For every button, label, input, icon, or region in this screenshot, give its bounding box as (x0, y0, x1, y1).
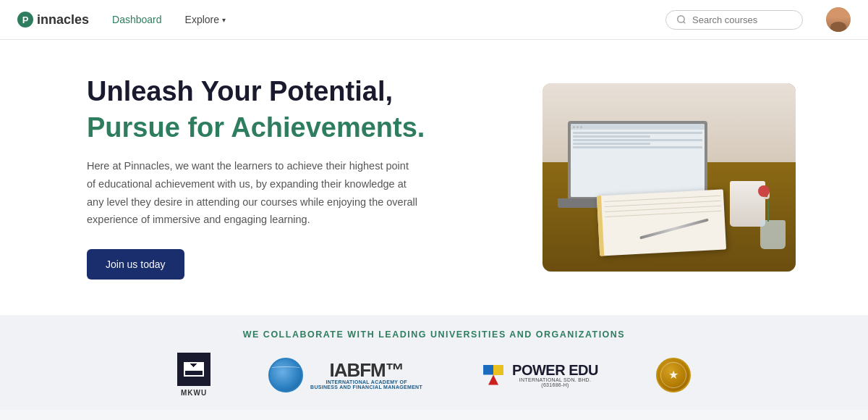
partners-title: WE COLLABORATE WITH LEADING UNIVERSITIES… (0, 329, 868, 340)
circle-badge-logo: ★ (656, 358, 691, 392)
poweredu-flags-icon (480, 362, 506, 388)
hero-section: Unleash Your Potential, Pursue for Achie… (0, 40, 868, 315)
logo[interactable]: P innacles (17, 12, 89, 28)
mkwu-icon (177, 353, 210, 386)
flag-blue-icon (483, 365, 493, 375)
search-icon (676, 14, 686, 25)
hero-title-line2: Pursue for Achievements. (87, 112, 425, 145)
nav-dashboard[interactable]: Dashboard (112, 14, 162, 25)
hero-title-line1: Unleash Your Potential, (87, 75, 425, 109)
flag-yellow-icon (493, 365, 503, 375)
flag-red-icon (488, 375, 498, 385)
partners-highlight: LEADING UNIVERSITIES AND ORGANIZATIONS (378, 329, 625, 340)
navbar: P innacles Dashboard Explore ▾ (0, 0, 868, 40)
iabfm-sub-label: INTERNATIONAL ACADEMY OFBUSINESS AND FIN… (310, 379, 422, 390)
logo-text: innacles (37, 12, 89, 28)
avatar-image (826, 7, 851, 32)
circle-badge-inner: ★ (660, 362, 686, 388)
mkwu-label: MKWU (181, 389, 207, 397)
logo-p-icon: P (17, 12, 33, 28)
nav-explore[interactable]: Explore ▾ (185, 14, 226, 25)
poweredu-text-block: POWER EDU INTERNATIONAL SDN. BHD.(631686… (512, 363, 598, 387)
poweredu-logo: POWER EDU INTERNATIONAL SDN. BHD.(631686… (480, 362, 598, 388)
svg-point-0 (678, 16, 684, 22)
iabfm-globe-icon (268, 358, 303, 392)
partners-section: WE COLLABORATE WITH LEADING UNIVERSITIES… (0, 315, 868, 410)
join-button[interactable]: Join us today (87, 249, 184, 280)
explore-chevron-icon: ▾ (222, 16, 226, 24)
poweredu-sub-label: INTERNATIONAL SDN. BHD.(631686-H) (512, 377, 598, 387)
mkwu-logo: MKWU (177, 353, 210, 397)
search-input[interactable] (692, 14, 792, 25)
iabfm-logo: IABFM™ INTERNATIONAL ACADEMY OFBUSINESS … (268, 358, 422, 392)
hero-image (542, 83, 796, 272)
poweredu-main-label: POWER EDU (512, 363, 598, 377)
hero-text-block: Unleash Your Potential, Pursue for Achie… (87, 75, 425, 280)
iabfm-text-block: IABFM™ INTERNATIONAL ACADEMY OFBUSINESS … (310, 361, 422, 390)
mkwu-envelope-icon (184, 362, 204, 377)
badge-star-icon: ★ (668, 368, 678, 382)
iabfm-main-label: IABFM™ (310, 361, 422, 379)
partners-logos: MKWU IABFM™ INTERNATIONAL ACADEMY OFBUSI… (0, 353, 868, 397)
hero-description: Here at Pinnacles, we want the learners … (87, 157, 420, 229)
avatar[interactable] (826, 7, 851, 32)
search-bar[interactable] (665, 10, 803, 30)
laptop-scene (542, 83, 796, 272)
